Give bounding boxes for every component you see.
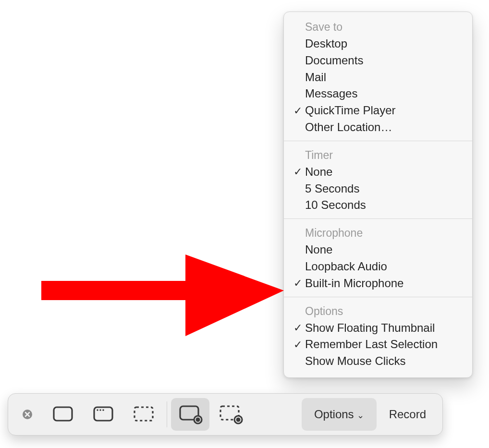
menu-item-timer-none[interactable]: ✓ None [284,164,472,181]
record-button-label: Record [389,408,426,421]
menu-header-timer: Timer [284,146,472,164]
record-entire-screen-button[interactable] [171,398,209,431]
menu-item-label: Documents [305,52,462,69]
menu-item-desktop[interactable]: ✓ Desktop [284,36,472,52]
menu-item-label: 10 Seconds [305,197,462,214]
options-menu[interactable]: Save to ✓ Desktop ✓ Documents ✓ Mail ✓ M… [283,12,473,378]
svg-point-3 [97,409,98,411]
capture-window-button[interactable] [84,398,122,431]
menu-item-label: Messages [305,85,462,102]
menu-item-documents[interactable]: ✓ Documents [284,52,472,69]
record-selection-icon [218,404,243,425]
menu-item-mic-loopback[interactable]: ✓ Loopback Audio [284,258,472,275]
menu-item-messages[interactable]: ✓ Messages [284,85,472,102]
menu-item-label: 5 Seconds [305,181,462,197]
options-button-label: Options [314,408,354,421]
menu-item-label: None [305,242,462,258]
menu-item-label: Desktop [305,36,462,52]
capture-entire-screen-icon [51,405,74,424]
menu-item-mic-builtin[interactable]: ✓ Built-in Microphone [284,275,472,292]
menu-item-quicktime-player[interactable]: ✓ QuickTime Player [284,102,472,119]
menu-item-show-floating-thumbnail[interactable]: ✓ Show Floating Thumbnail [284,320,472,337]
record-button[interactable]: Record [377,398,439,431]
menu-separator [284,218,472,219]
capture-selection-icon [132,405,155,424]
capture-entire-screen-button[interactable] [44,398,82,431]
menu-item-timer-5s[interactable]: ✓ 5 Seconds [284,181,472,197]
menu-item-mail[interactable]: ✓ Mail [284,69,472,86]
menu-item-label: Other Location… [305,119,462,136]
svg-point-4 [99,409,101,411]
close-icon [22,409,33,420]
close-button[interactable] [13,398,42,431]
menu-item-label: Remember Last Selection [305,336,462,353]
menu-item-other-location[interactable]: ✓ Other Location… [284,119,472,136]
svg-point-10 [196,418,200,422]
menu-header-microphone: Microphone [284,224,472,242]
menu-item-remember-last-selection[interactable]: ✓ Remember Last Selection [284,336,472,353]
svg-marker-15 [41,254,284,336]
menu-item-label: Show Mouse Clicks [305,353,462,370]
options-button[interactable]: Options ⌄ [302,398,377,431]
menu-section-options: Options ✓ Show Floating Thumbnail ✓ Reme… [284,299,472,373]
annotation-arrow-icon [41,254,286,336]
menu-item-show-mouse-clicks[interactable]: ✓ Show Mouse Clicks [284,353,472,370]
checkmark-icon: ✓ [291,103,305,119]
menu-separator [284,141,472,141]
screenshot-toolbar: Options ⌄ Record [8,393,443,436]
toolbar-divider [167,401,167,427]
menu-item-label: Mail [305,69,462,86]
checkmark-icon: ✓ [291,276,305,291]
checkmark-icon: ✓ [291,164,305,180]
capture-selection-button[interactable] [124,398,163,431]
svg-rect-1 [54,407,72,421]
menu-item-label: Show Floating Thumbnail [305,320,462,337]
menu-item-label: Loopback Audio [305,258,462,275]
menu-section-microphone: Microphone ✓ None ✓ Loopback Audio ✓ Bui… [284,221,472,294]
menu-item-label: QuickTime Player [305,102,462,119]
menu-header-options: Options [284,302,472,320]
menu-item-timer-10s[interactable]: ✓ 10 Seconds [284,197,472,214]
menu-header-save-to: Save to [284,18,472,36]
menu-item-mic-none[interactable]: ✓ None [284,242,472,258]
menu-section-timer: Timer ✓ None ✓ 5 Seconds ✓ 10 Seconds [284,143,472,217]
menu-item-label: Built-in Microphone [305,275,462,292]
record-selection-button[interactable] [211,398,250,431]
svg-rect-6 [134,407,153,421]
menu-separator [284,297,472,297]
checkmark-icon: ✓ [291,320,305,336]
svg-point-5 [102,409,104,411]
record-entire-screen-icon [178,404,203,425]
capture-window-icon [92,405,115,424]
menu-section-save-to: Save to ✓ Desktop ✓ Documents ✓ Mail ✓ M… [284,15,472,139]
chevron-down-icon: ⌄ [357,410,364,421]
checkmark-icon: ✓ [291,337,305,352]
menu-item-label: None [305,164,462,181]
svg-point-14 [236,418,241,422]
